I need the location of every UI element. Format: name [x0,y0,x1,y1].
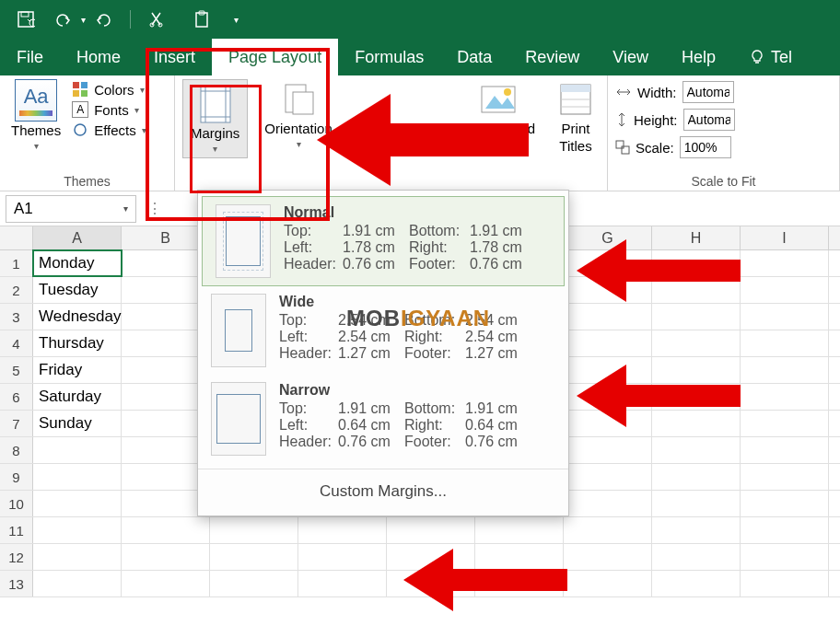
cell[interactable] [652,330,741,356]
cell[interactable] [652,384,741,410]
tab-review[interactable]: Review [508,39,596,75]
margin-preset-normal[interactable]: Normal Top:1.91 cmBottom:1.91 cm Left:1.… [202,196,565,286]
cell[interactable] [652,357,741,383]
cell[interactable] [33,544,122,570]
scale-input[interactable] [680,136,731,158]
orientation-button[interactable]: Orientation▾ [261,79,335,149]
cell[interactable] [387,571,475,596]
cell[interactable] [210,571,298,596]
cell[interactable]: Sunday [33,411,122,436]
height-row[interactable]: Height: [615,107,735,133]
name-box[interactable]: A1▾ [6,195,136,223]
cell[interactable] [741,384,829,410]
cell[interactable] [387,544,475,570]
select-all-corner[interactable] [0,226,33,249]
cell[interactable] [652,437,741,463]
tab-view[interactable]: View [596,39,665,75]
cell[interactable]: Tuesday [33,277,122,303]
cell[interactable] [652,304,741,330]
cell[interactable] [741,411,829,436]
row-header[interactable]: 5 [0,357,33,383]
cell[interactable] [652,464,741,490]
cell[interactable] [652,517,741,543]
cell[interactable]: Thursday [33,330,122,356]
cell[interactable] [122,544,210,570]
cell[interactable] [652,250,741,276]
tab-help[interactable]: Help [665,39,732,75]
tab-formulas[interactable]: Formulas [338,39,440,75]
cell[interactable] [564,357,652,383]
cell[interactable] [741,571,829,596]
print-titles-button[interactable]: Print Titles [552,79,600,154]
redo-icon[interactable] [93,8,115,30]
cell[interactable] [741,464,829,490]
scale-row[interactable]: Scale: [615,134,731,160]
cell[interactable] [122,517,210,543]
cell[interactable] [564,464,652,490]
cell[interactable] [564,250,652,276]
cell[interactable] [298,517,387,543]
cell[interactable] [210,544,298,570]
tab-home[interactable]: Home [60,39,137,75]
colhdr-A[interactable]: A [33,226,122,249]
cell[interactable] [564,491,652,516]
cell[interactable] [741,304,829,330]
undo-icon[interactable] [52,8,74,30]
cell[interactable] [564,384,652,410]
fx-button[interactable]: ⋮ [144,198,166,220]
cut-icon[interactable] [146,8,168,30]
colhdr-G[interactable]: G [564,226,652,249]
cell[interactable] [564,437,652,463]
effects-button[interactable]: Effects ▾ [72,120,146,140]
cell[interactable] [475,544,564,570]
colors-button[interactable]: Colors ▾ [72,79,146,99]
cell[interactable] [475,571,564,596]
save-icon[interactable] [15,8,37,30]
row-header[interactable]: 12 [0,544,33,570]
cell[interactable] [564,277,652,303]
cell[interactable] [652,411,741,436]
fonts-button[interactable]: A Fonts ▾ [72,99,146,120]
row-header[interactable]: 11 [0,517,33,543]
cell[interactable] [652,491,741,516]
tab-tellme[interactable]: Tel [732,39,809,75]
tab-data[interactable]: Data [440,39,508,75]
row-header[interactable]: 9 [0,464,33,490]
row-header[interactable]: 1 [0,250,33,276]
margin-preset-wide[interactable]: Wide Top:2.54 cmBottom:2.54 cm Left:2.54… [198,286,568,375]
row-header[interactable]: 6 [0,384,33,410]
cell[interactable] [652,544,741,570]
cell[interactable] [652,571,741,596]
cell[interactable] [298,544,387,570]
cell[interactable]: Friday [33,357,122,383]
cell[interactable] [652,277,741,303]
cell[interactable]: Saturday [33,384,122,410]
cell[interactable] [741,330,829,356]
cell[interactable] [741,250,829,276]
row-header[interactable]: 7 [0,411,33,436]
cell[interactable] [741,544,829,570]
table-row[interactable]: 13 [0,571,840,597]
colhdr-H[interactable]: H [652,226,741,249]
row-header[interactable]: 4 [0,330,33,356]
cell[interactable] [33,491,122,516]
tab-file[interactable]: File [0,39,60,75]
cell[interactable] [33,464,122,490]
paste-icon[interactable] [192,8,214,30]
table-row[interactable]: 12 [0,544,840,571]
cell[interactable] [564,571,652,596]
row-header[interactable]: 3 [0,304,33,330]
cell[interactable] [741,357,829,383]
margins-button[interactable]: Margins▾ [182,79,248,158]
background-button[interactable]: Background [458,79,539,137]
margin-preset-narrow[interactable]: Narrow Top:1.91 cmBottom:1.91 cm Left:0.… [198,375,568,463]
row-header[interactable]: 2 [0,277,33,303]
cell[interactable]: Wednesday [33,304,122,330]
width-row[interactable]: Width: [615,79,734,105]
cell[interactable] [741,517,829,543]
tab-page-layout[interactable]: Page Layout [212,39,338,75]
cell[interactable] [475,517,564,543]
cell[interactable] [564,304,652,330]
tab-insert[interactable]: Insert [137,39,212,75]
row-header[interactable]: 10 [0,491,33,516]
